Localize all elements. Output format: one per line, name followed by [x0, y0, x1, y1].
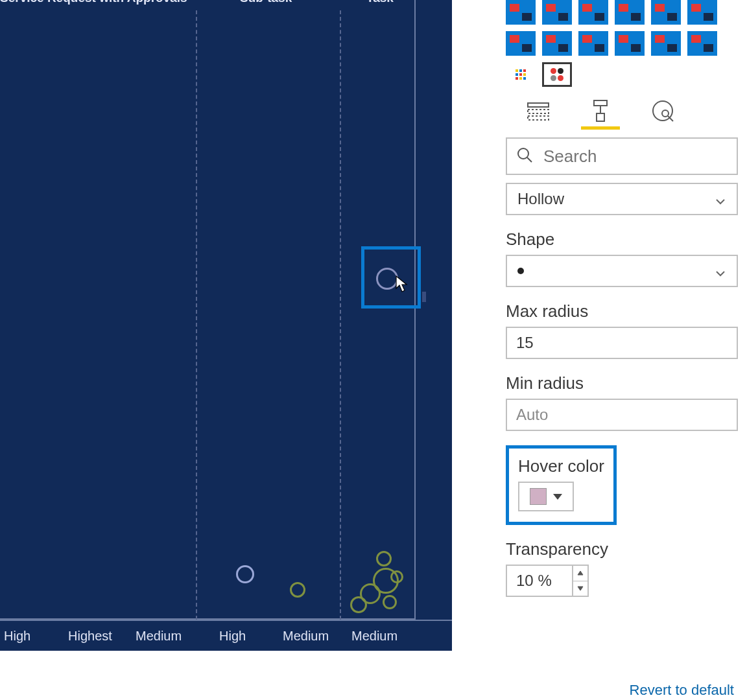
marker-style-dropdown[interactable]: Hollow — [506, 183, 738, 215]
transparency-input[interactable]: 10 % — [506, 565, 589, 597]
custom-visual-icon[interactable] — [615, 31, 645, 56]
search-input[interactable] — [542, 146, 728, 167]
min-radius-input[interactable]: Auto — [506, 399, 738, 431]
custom-visual-icon[interactable] — [578, 31, 608, 56]
svg-point-9 — [518, 148, 528, 159]
transparency-unit: % — [538, 572, 551, 590]
header-col-1: Service Request with Approvals — [0, 0, 187, 5]
x-axis-labels: High Highest Medium High Medium Medium — [0, 620, 452, 651]
hover-color-group: Hover color — [506, 445, 617, 525]
format-panel: Hollow Shape Max radius 15 Min radius Au… — [497, 0, 747, 700]
custom-visual-icon[interactable] — [506, 62, 536, 87]
spinner-buttons — [572, 566, 587, 596]
chart-scrollbar[interactable] — [422, 292, 426, 302]
chevron-down-icon — [715, 193, 726, 205]
format-search[interactable] — [506, 137, 738, 175]
svg-rect-0 — [528, 103, 549, 107]
data-point-marker[interactable] — [236, 565, 254, 583]
transparency-value: 10 — [516, 572, 534, 590]
data-point-marker[interactable] — [376, 268, 398, 290]
header-col-3: Task — [366, 0, 394, 5]
plot-border — [0, 0, 416, 620]
marker-style-value: Hollow — [517, 190, 564, 208]
cursor-icon — [396, 275, 409, 294]
max-radius-value: 15 — [516, 334, 534, 352]
axis-label: High — [4, 629, 30, 644]
data-point-marker[interactable] — [383, 595, 397, 609]
hover-color-label: Hover color — [518, 456, 604, 476]
axis-label: Medium — [351, 629, 397, 644]
custom-visual-icon[interactable] — [542, 0, 572, 25]
custom-visual-icon[interactable] — [687, 31, 717, 56]
panel-tabs — [506, 97, 738, 124]
custom-visual-icon[interactable] — [615, 0, 645, 25]
data-point-marker[interactable] — [390, 570, 403, 583]
hovered-point-highlight[interactable] — [361, 246, 421, 309]
header-col-2: Sub-task — [240, 0, 292, 5]
revert-to-default-link[interactable]: Revert to default — [630, 682, 734, 699]
custom-visual-icon[interactable] — [687, 0, 717, 25]
custom-visual-icon[interactable] — [506, 0, 536, 25]
custom-visual-icon[interactable] — [542, 31, 572, 56]
custom-visual-icon[interactable] — [651, 31, 681, 56]
custom-visual-icon[interactable] — [542, 62, 572, 87]
axis-label: Highest — [68, 629, 112, 644]
transparency-label: Transparency — [506, 539, 738, 559]
svg-rect-1 — [528, 110, 549, 113]
svg-line-10 — [527, 158, 532, 162]
shape-dropdown[interactable] — [506, 255, 738, 287]
svg-rect-5 — [597, 113, 604, 121]
svg-marker-11 — [578, 571, 583, 575]
data-point-marker[interactable] — [350, 596, 367, 613]
axis-label: Medium — [136, 629, 182, 644]
spinner-up[interactable] — [573, 566, 587, 581]
svg-rect-3 — [594, 100, 607, 106]
data-point-marker[interactable] — [290, 582, 305, 598]
spinner-down[interactable] — [573, 581, 587, 596]
axis-label: Medium — [283, 629, 329, 644]
svg-point-7 — [662, 110, 669, 117]
shape-circle-icon — [517, 268, 524, 274]
custom-visual-icon[interactable] — [578, 0, 608, 25]
max-radius-input[interactable]: 15 — [506, 327, 738, 359]
caret-down-icon — [553, 494, 562, 500]
tab-format[interactable] — [585, 97, 616, 124]
chevron-down-icon — [715, 265, 726, 277]
max-radius-label: Max radius — [506, 301, 738, 321]
axis-label: High — [219, 629, 246, 644]
custom-visual-icon[interactable] — [651, 0, 681, 25]
column-divider — [340, 10, 341, 620]
svg-rect-2 — [528, 116, 549, 120]
search-icon — [516, 146, 533, 166]
shape-label: Shape — [506, 229, 738, 250]
column-divider — [196, 10, 197, 620]
chart-canvas[interactable]: Service Request with Approvals Sub-task … — [0, 0, 452, 651]
tab-analytics[interactable] — [647, 97, 678, 124]
color-swatch — [530, 488, 547, 505]
min-radius-label: Min radius — [506, 373, 738, 393]
svg-marker-12 — [578, 587, 583, 590]
min-radius-placeholder: Auto — [516, 406, 548, 424]
data-point-marker[interactable] — [376, 551, 392, 566]
hover-color-picker[interactable] — [518, 482, 574, 511]
tab-fields[interactable] — [523, 97, 554, 124]
visualizations-gallery — [506, 0, 738, 87]
custom-visual-icon[interactable] — [506, 31, 536, 56]
